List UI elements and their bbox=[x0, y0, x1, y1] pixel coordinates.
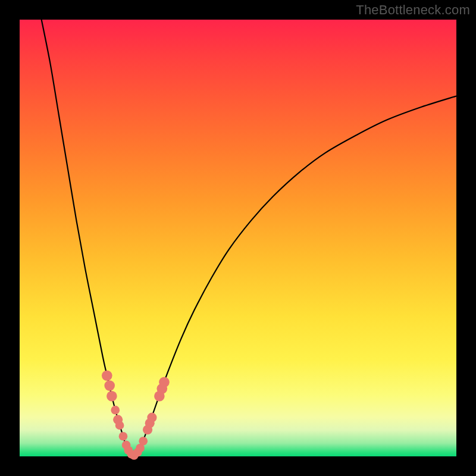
right-curve bbox=[134, 96, 456, 456]
marker-dot bbox=[147, 413, 156, 422]
marker-dot bbox=[139, 437, 148, 446]
marker-dot bbox=[107, 391, 117, 402]
marker-dot bbox=[159, 377, 170, 387]
marker-dot bbox=[111, 406, 120, 415]
chart-frame: TheBottleneck.com bbox=[0, 0, 476, 476]
marker-dot bbox=[115, 421, 124, 430]
marker-dot bbox=[119, 432, 128, 441]
watermark-text: TheBottleneck.com bbox=[356, 2, 470, 18]
chart-svg bbox=[20, 20, 456, 456]
marker-dot bbox=[102, 370, 112, 381]
highlight-markers bbox=[102, 370, 170, 459]
plot-area bbox=[20, 20, 456, 456]
marker-dot bbox=[104, 380, 115, 391]
left-curve bbox=[42, 20, 133, 456]
